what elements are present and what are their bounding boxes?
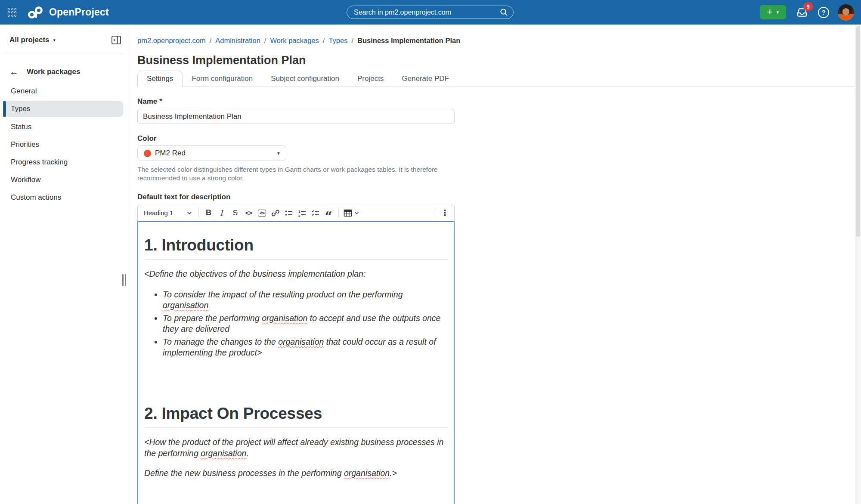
doc-bullet[interactable]: To manage the changes to the organisatio… (163, 337, 448, 358)
breadcrumb-current: Business Implementation Plan (357, 37, 460, 44)
page-title: Business Implementation Plan (137, 54, 855, 67)
tab-generate-pdf[interactable]: Generate PDF (393, 71, 458, 87)
tab-bar: Settings Form configuration Subject conf… (137, 71, 855, 87)
sidebar-item-workflow[interactable]: Workflow (0, 171, 129, 189)
toolbar-divider (198, 208, 199, 218)
link-button[interactable] (269, 207, 282, 220)
sidebar-item-progress-tracking[interactable]: Progress tracking (0, 153, 129, 171)
bulleted-list-icon (285, 209, 293, 217)
project-selector[interactable]: All projects (9, 36, 50, 44)
table-icon (344, 209, 352, 217)
openproject-logo-icon (28, 6, 45, 19)
svg-text:2: 2 (298, 213, 300, 217)
sidebar-menu: General Types Status Priorities Progress… (0, 82, 129, 206)
block-quote-button[interactable]: “ (322, 210, 335, 223)
doc-bullet[interactable]: To prepare the performing organisation t… (163, 313, 448, 334)
todo-list-button[interactable] (309, 207, 322, 220)
chevron-down-icon (354, 211, 359, 215)
color-swatch (144, 150, 151, 157)
apps-grid-icon[interactable] (8, 8, 16, 17)
italic-button[interactable]: I (215, 207, 229, 220)
breadcrumb-link-types[interactable]: Types (328, 37, 347, 44)
editor-content-area[interactable]: 1. Introduction <Define the objectives o… (137, 221, 455, 504)
doc-bullet-list: To consider the impact of the resulting … (144, 289, 448, 358)
doc-paragraph[interactable]: <Define the objectives of the business i… (144, 269, 448, 279)
todo-list-icon (311, 209, 320, 217)
doc-section-impact-on-people: 3. Impact On People <Define the impact o… (144, 479, 448, 504)
color-field-label: Color (137, 134, 855, 143)
doc-paragraph[interactable]: Define the new business processes in the… (144, 468, 448, 479)
doc-heading[interactable]: 1. Introduction (144, 222, 448, 260)
tab-subject-configuration[interactable]: Subject configuration (262, 71, 348, 87)
chevron-down-icon (187, 211, 192, 215)
sidebar-section-title: Work packages (27, 68, 80, 76)
notification-count-badge: 9 (803, 2, 813, 11)
toolbar-overflow-button[interactable]: ⋮ (438, 207, 452, 220)
toolbar-divider (435, 208, 435, 218)
svg-text:1: 1 (298, 209, 300, 213)
color-help-text: The selected color distinguishes differe… (137, 165, 458, 182)
color-selected-value: PM2 Red (155, 149, 186, 158)
doc-section-introduction: 1. Introduction <Define the objectives o… (144, 222, 448, 358)
code-block-button[interactable]: <> (255, 207, 269, 220)
search-input[interactable] (354, 9, 500, 16)
notifications-button[interactable]: 9 (795, 5, 809, 20)
back-arrow-icon[interactable]: ← (9, 67, 19, 76)
inline-code-button[interactable]: <> (242, 207, 255, 220)
page-scrollbar[interactable] (855, 25, 861, 504)
rich-text-editor: Heading 1 B I S <> <> (137, 205, 455, 504)
chevron-down-icon: ▾ (53, 37, 56, 43)
color-select[interactable]: PM2 Red ▾ (137, 145, 286, 161)
breadcrumb-link-administration[interactable]: Administration (215, 37, 260, 44)
top-header-bar: OpenProject + ▾ 9 ? (0, 0, 861, 25)
tab-settings[interactable]: Settings (137, 71, 183, 87)
tab-form-configuration[interactable]: Form configuration (183, 71, 262, 87)
sidebar-item-types[interactable]: Types (4, 101, 123, 117)
breadcrumb: pm2.openproject.com/Administration/Work … (137, 37, 855, 45)
logo-text: OpenProject (49, 6, 109, 18)
insert-table-button[interactable] (342, 207, 361, 220)
main-content: pm2.openproject.com/Administration/Work … (129, 25, 855, 504)
bulleted-list-button[interactable] (282, 207, 295, 220)
breadcrumb-link-work-packages[interactable]: Work packages (270, 37, 319, 44)
user-avatar[interactable] (838, 4, 854, 21)
link-icon (271, 209, 280, 217)
search-icon[interactable] (500, 8, 508, 16)
heading-style-select[interactable]: Heading 1 (140, 207, 195, 220)
openproject-logo[interactable]: OpenProject (28, 6, 109, 19)
sidebar-item-status[interactable]: Status (0, 118, 129, 136)
description-field-label: Default text for description (137, 193, 855, 201)
numbered-list-icon: 1 2 (298, 209, 307, 217)
doc-heading[interactable]: 2. Impact On Processes (144, 360, 448, 428)
collapse-sidebar-icon (111, 36, 121, 44)
name-field-label: Name * (137, 97, 855, 106)
global-search[interactable] (347, 6, 514, 19)
sidebar-resize-handle[interactable] (122, 274, 127, 286)
help-button[interactable]: ? (818, 7, 829, 18)
sidebar-item-general[interactable]: General (0, 82, 129, 100)
chevron-down-icon: ▾ (777, 9, 779, 15)
sidebar-item-custom-actions[interactable]: Custom actions (0, 189, 129, 206)
scrollbar-thumb[interactable] (856, 26, 860, 237)
chevron-down-icon: ▾ (277, 150, 280, 156)
header-actions: + ▾ 9 ? (760, 0, 854, 25)
doc-section-impact-on-processes: 2. Impact On Processes <How the product … (144, 360, 448, 479)
question-mark-icon: ? (821, 9, 825, 16)
name-input[interactable] (137, 109, 455, 124)
quick-add-button[interactable]: + ▾ (760, 5, 786, 19)
tab-projects[interactable]: Projects (348, 71, 393, 87)
plus-icon: + (767, 7, 773, 17)
doc-heading[interactable]: 3. Impact On People (144, 479, 448, 504)
sidebar: All projects ▾ ← Work packages General T… (0, 25, 129, 504)
numbered-list-button[interactable]: 1 2 (295, 207, 309, 220)
bold-button[interactable]: B (202, 207, 215, 220)
doc-bullet[interactable]: To consider the impact of the resulting … (163, 289, 448, 310)
doc-paragraph[interactable]: <How the product of the project will aff… (144, 437, 448, 459)
heading-style-value: Heading 1 (144, 209, 173, 216)
editor-toolbar: Heading 1 B I S <> <> (137, 205, 455, 221)
sidebar-item-priorities[interactable]: Priorities (0, 136, 129, 153)
strikethrough-button[interactable]: S (229, 207, 242, 220)
toolbar-divider (338, 208, 339, 218)
breadcrumb-link-instance[interactable]: pm2.openproject.com (137, 37, 206, 44)
collapse-sidebar-button[interactable] (111, 36, 121, 44)
